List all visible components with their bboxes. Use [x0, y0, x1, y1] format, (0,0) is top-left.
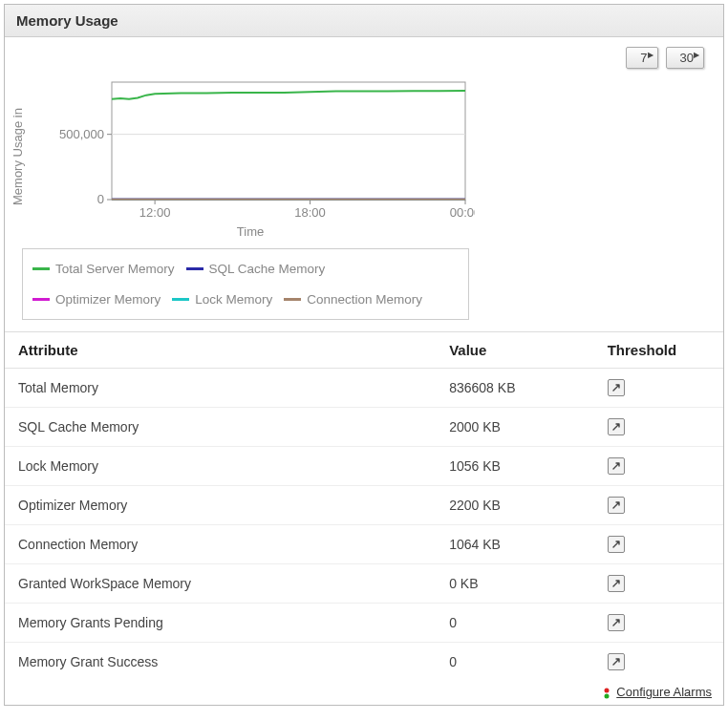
- attr-value: 0: [436, 643, 593, 682]
- threshold-config-icon[interactable]: [608, 575, 625, 592]
- play-icon: ▶: [648, 51, 653, 59]
- attr-threshold: [594, 604, 723, 643]
- attr-threshold: [594, 564, 723, 604]
- attr-name: SQL Cache Memory: [5, 408, 436, 447]
- attributes-table: Attribute Value Threshold Total Memory83…: [5, 332, 723, 681]
- attr-threshold: [594, 486, 723, 525]
- attr-threshold: [594, 643, 723, 682]
- legend-label: Connection Memory: [307, 287, 422, 312]
- range-30-label: 30: [680, 51, 694, 65]
- range-7-button[interactable]: 7 ▶: [626, 47, 657, 69]
- legend-swatch: [172, 298, 189, 301]
- memory-usage-panel: Memory Usage 7 ▶ 30 ▶ Memory Usage in 05…: [4, 4, 724, 706]
- svg-point-14: [605, 693, 610, 698]
- attr-threshold: [594, 408, 723, 447]
- chart: 0500,00012:0018:0000:00 Time: [26, 74, 475, 239]
- attr-name: Connection Memory: [5, 525, 436, 564]
- threshold-config-icon[interactable]: [608, 379, 625, 396]
- chart-legend: Total Server MemorySQL Cache MemoryOptim…: [22, 248, 469, 320]
- legend-swatch: [186, 267, 203, 270]
- threshold-config-icon[interactable]: [608, 418, 625, 435]
- panel-title: Memory Usage: [5, 5, 723, 37]
- attr-value: 0: [436, 604, 593, 643]
- svg-rect-0: [112, 82, 465, 200]
- chart-area: Memory Usage in 0500,00012:0018:0000:00 …: [5, 73, 723, 241]
- attr-name: Lock Memory: [5, 447, 436, 486]
- legend-swatch: [32, 298, 50, 301]
- range-7-label: 7: [640, 51, 647, 65]
- panel-body: 7 ▶ 30 ▶ Memory Usage in 0500,00012:0018…: [5, 37, 723, 705]
- footer: Configure Alarms: [5, 681, 723, 705]
- attr-threshold: [594, 369, 723, 408]
- attr-value: 836608 KB: [436, 369, 593, 408]
- col-threshold: Threshold: [594, 332, 723, 369]
- legend-label: Lock Memory: [195, 287, 272, 312]
- attr-name: Memory Grant Success: [5, 643, 436, 682]
- svg-text:0: 0: [97, 192, 104, 206]
- legend-item: Lock Memory: [172, 287, 272, 312]
- svg-point-13: [605, 688, 610, 692]
- table-row: SQL Cache Memory2000 KB: [5, 408, 723, 447]
- table-row: Optimizer Memory2200 KB: [5, 486, 723, 525]
- svg-text:500,000: 500,000: [59, 127, 104, 141]
- attr-threshold: [594, 525, 723, 564]
- table-row: Memory Grants Pending0: [5, 604, 723, 643]
- attr-name: Total Memory: [5, 369, 436, 408]
- attr-value: 0 KB: [436, 564, 593, 604]
- attr-name: Granted WorkSpace Memory: [5, 564, 436, 604]
- attr-name: Memory Grants Pending: [5, 604, 436, 643]
- attr-name: Optimizer Memory: [5, 486, 436, 525]
- svg-text:18:00: 18:00: [294, 205, 326, 220]
- table-row: Granted WorkSpace Memory0 KB: [5, 564, 723, 604]
- legend-swatch: [284, 298, 301, 301]
- legend-label: Optimizer Memory: [55, 287, 161, 312]
- threshold-config-icon[interactable]: [608, 457, 625, 475]
- threshold-config-icon[interactable]: [608, 536, 625, 553]
- threshold-config-icon[interactable]: [608, 497, 625, 514]
- legend-item: Connection Memory: [284, 287, 422, 312]
- attr-threshold: [594, 447, 723, 486]
- range-30-button[interactable]: 30 ▶: [666, 47, 704, 69]
- svg-text:00:00: 00:00: [450, 205, 475, 220]
- legend-label: SQL Cache Memory: [209, 257, 326, 282]
- attr-value: 2200 KB: [436, 486, 593, 525]
- legend-swatch: [32, 267, 50, 270]
- attr-value: 1056 KB: [436, 447, 593, 486]
- threshold-config-icon[interactable]: [608, 653, 625, 670]
- col-value: Value: [436, 332, 593, 369]
- col-attribute: Attribute: [5, 332, 436, 369]
- alarm-status-icon: [601, 688, 612, 699]
- legend-label: Total Server Memory: [55, 257, 175, 282]
- y-axis-label: Memory Usage in: [9, 74, 26, 239]
- x-axis-label: Time: [26, 223, 475, 239]
- svg-text:12:00: 12:00: [139, 205, 171, 220]
- time-range-toolbar: 7 ▶ 30 ▶: [5, 37, 723, 73]
- attr-value: 2000 KB: [436, 408, 593, 447]
- attr-value: 1064 KB: [436, 525, 593, 564]
- table-row: Total Memory836608 KB: [5, 369, 723, 408]
- play-icon: ▶: [694, 51, 699, 59]
- legend-item: Optimizer Memory: [32, 287, 161, 312]
- threshold-config-icon[interactable]: [608, 614, 625, 631]
- line-chart-svg: 0500,00012:0018:0000:00: [26, 74, 475, 223]
- table-row: Lock Memory1056 KB: [5, 447, 723, 486]
- legend-item: SQL Cache Memory: [186, 257, 326, 282]
- configure-alarms-link[interactable]: Configure Alarms: [616, 685, 712, 699]
- table-row: Connection Memory1064 KB: [5, 525, 723, 564]
- legend-item: Total Server Memory: [32, 257, 175, 282]
- table-row: Memory Grant Success0: [5, 643, 723, 682]
